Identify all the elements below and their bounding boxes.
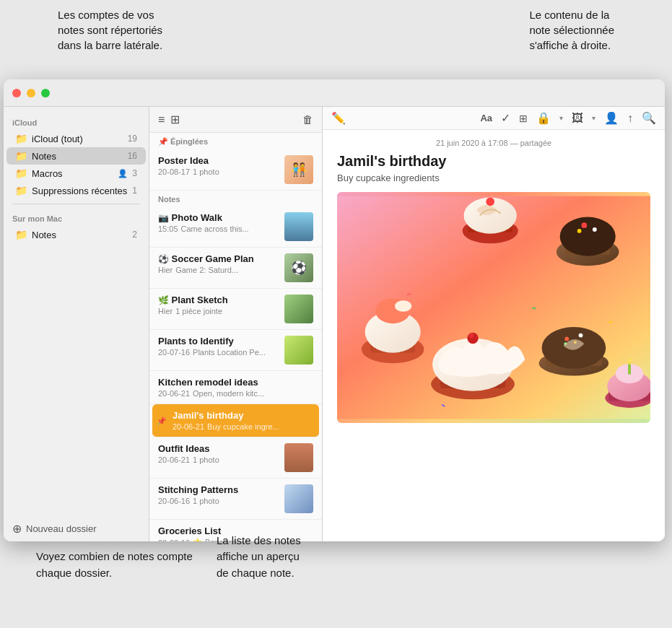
note-item-outfit[interactable]: Outfit Ideas 20-06-21 1 photo: [149, 437, 322, 479]
svg-point-39: [627, 357, 632, 365]
note-thumbnail: [284, 295, 313, 323]
svg-point-31: [579, 333, 583, 338]
trash-icon[interactable]: 🗑: [302, 113, 313, 126]
notes-list-toolbar: ≡ ⊞ 🗑: [149, 107, 322, 133]
table-icon[interactable]: ⊞: [519, 113, 528, 124]
note-preview: 1 pièce jointe: [175, 307, 222, 315]
window-content: iCloud 📁 iCloud (tout) 19 📁 Notes 16 📁 M…: [4, 107, 665, 541]
folder-icon: 📁: [15, 150, 27, 162]
sidebar-item-suppressions-count: 1: [132, 186, 137, 196]
minimize-button[interactable]: [27, 89, 35, 97]
svg-point-13: [582, 222, 588, 228]
note-item-jamils-birthday[interactable]: 📌 Jamil's birthday 20-06-21 Buy cupcake …: [152, 404, 319, 437]
note-date: 20-07-16: [158, 348, 190, 357]
plant-icon: 🌿: [158, 295, 169, 305]
lock-icon[interactable]: 🔒: [536, 111, 551, 125]
note-meta: Hier 1 pièce jointe: [158, 307, 279, 315]
note-preview: 1 photo: [193, 167, 219, 176]
note-title: Jamil's birthday: [173, 410, 310, 421]
share-icon[interactable]: ↑: [627, 112, 633, 125]
folder-icon: 📁: [15, 185, 27, 196]
note-detail-content: 21 juin 2020 à 17:08 — partagée Jamil's …: [323, 130, 665, 541]
note-preview: Buy cupcake ingre...: [207, 422, 279, 431]
note-title: Outfit Ideas: [158, 443, 279, 454]
note-item-kitchen[interactable]: Kitchen remodel ideas 20-06-21 Open, mod…: [149, 371, 322, 404]
thumbnail-city: [284, 212, 313, 241]
note-date: 20-06-21: [158, 455, 190, 464]
sidebar-item-notes-icloud[interactable]: 📁 Notes 16: [6, 147, 146, 165]
note-detail-subtitle: Buy cupcake ingredients: [337, 173, 650, 183]
grid-view-icon[interactable]: ⊞: [170, 113, 180, 126]
note-detail-meta: 21 juin 2020 à 17:08 — partagée: [337, 139, 650, 147]
plus-icon: ⊕: [12, 522, 22, 536]
thumbnail-pattern: ⚽: [284, 253, 313, 282]
sidebar-item-notes-mac[interactable]: 📁 Notes 2: [6, 226, 146, 243]
note-title: ⚽ Soccer Game Plan: [158, 253, 279, 264]
note-title: Stitching Patterns: [158, 484, 279, 495]
note-item-plants-identify[interactable]: Plants to Identify 20-07-16 Plants Locat…: [149, 330, 322, 371]
photo-icon[interactable]: 🖼: [572, 112, 583, 125]
search-icon[interactable]: 🔍: [642, 111, 656, 125]
compose-icon[interactable]: ✏️: [331, 111, 346, 125]
thumbnail-plant: [284, 295, 313, 323]
note-meta: 20-07-16 Plants Location Pe...: [158, 348, 279, 357]
note-title: 🌿 Plant Sketch: [158, 295, 279, 305]
sidebar-item-icloud-all[interactable]: 📁 iCloud (tout) 19: [6, 130, 146, 147]
check-icon[interactable]: ✓: [501, 111, 510, 125]
note-preview: 1 photo: [193, 497, 219, 505]
sidebar-item-notes-icloud-count: 16: [128, 151, 137, 161]
svg-point-14: [593, 227, 597, 232]
svg-point-5: [395, 300, 411, 311]
camera-icon: 📷: [158, 213, 169, 223]
new-folder-button[interactable]: ⊕ Nouveau dossier: [4, 516, 149, 541]
app-window: iCloud 📁 iCloud (tout) 19 📁 Notes 16 📁 M…: [4, 79, 665, 541]
sidebar-item-notes-mac-count: 2: [132, 230, 137, 240]
font-icon[interactable]: Aa: [480, 113, 492, 123]
sidebar-item-macros[interactable]: 📁 Macros 👤 3: [6, 165, 146, 182]
close-button[interactable]: [12, 89, 21, 97]
sidebar-item-notes-icloud-label: Notes: [32, 151, 123, 162]
svg-point-30: [564, 337, 569, 341]
sidebar-item-suppressions[interactable]: 📁 Suppressions récentes 1: [6, 182, 146, 199]
note-meta: 20-08-17 1 photo: [158, 167, 279, 176]
note-detail-title: Jamil's birthday: [337, 153, 650, 170]
pinned-section-label: 📌 Épinglées: [149, 133, 322, 149]
annotation-top-left: Les comptes de vos notes sont répertorié…: [58, 7, 162, 53]
note-thumbnail: [284, 443, 313, 472]
note-image: [337, 192, 650, 423]
note-meta: 20-06-21 Open, modern kitc...: [158, 389, 313, 398]
thumbnail-leaves: [284, 336, 313, 365]
svg-point-15: [577, 229, 582, 233]
note-meta: 15:05 Came across this...: [158, 224, 279, 233]
person-icon: 👤: [118, 169, 128, 178]
person-icon[interactable]: 👤: [604, 111, 619, 125]
note-item-soccer[interactable]: ⚽ Soccer Game Plan Hier Game 2: Saturd..…: [149, 248, 322, 289]
note-title: Kitchen remodel ideas: [158, 377, 313, 388]
sidebar-item-notes-mac-label: Notes: [32, 230, 128, 240]
sidebar: iCloud 📁 iCloud (tout) 19 📁 Notes 16 📁 M…: [4, 107, 149, 541]
sidebar-item-macros-label: Macros: [32, 168, 113, 179]
note-date: 20-06-16: [158, 538, 190, 542]
note-date: 20-06-21: [158, 389, 190, 398]
note-item-plant-sketch[interactable]: 🌿 Plant Sketch Hier 1 pièce jointe: [149, 289, 322, 330]
note-detail-toolbar: ✏️ Aa ✓ ⊞ 🔒 ▾ 🖼 ▾ 👤 ↑ 🔍: [323, 107, 665, 130]
note-meta: 20-06-16 1 photo: [158, 497, 279, 505]
pin-icon: 📌: [157, 416, 167, 425]
sidebar-item-macros-count: 3: [132, 168, 137, 178]
note-title: 📷 Photo Walk: [158, 212, 279, 223]
thumbnail-outfit: [284, 443, 313, 472]
note-date: 15:05: [158, 224, 178, 233]
note-item-stitching[interactable]: Stitching Patterns 20-06-16 1 photo: [149, 479, 322, 520]
note-thumbnail: [284, 212, 313, 241]
note-date: Hier: [158, 266, 173, 274]
note-item-photo-walk[interactable]: 📷 Photo Walk 15:05 Came across this...: [149, 206, 322, 248]
photo-chevron[interactable]: ▾: [592, 114, 595, 122]
note-thumbnail: 🧑‍🤝‍🧑: [284, 155, 313, 184]
maximize-button[interactable]: [41, 89, 50, 97]
list-view-icon[interactable]: ≡: [158, 113, 165, 126]
sidebar-item-icloud-all-label: iCloud (tout): [32, 134, 123, 144]
mac-section-label: Sur mon Mac: [4, 209, 149, 226]
lock-chevron[interactable]: ▾: [559, 114, 563, 122]
note-item-poster-idea[interactable]: Poster Idea 20-08-17 1 photo 🧑‍🤝‍🧑: [149, 149, 322, 191]
notes-section-label: Notes: [149, 191, 322, 206]
